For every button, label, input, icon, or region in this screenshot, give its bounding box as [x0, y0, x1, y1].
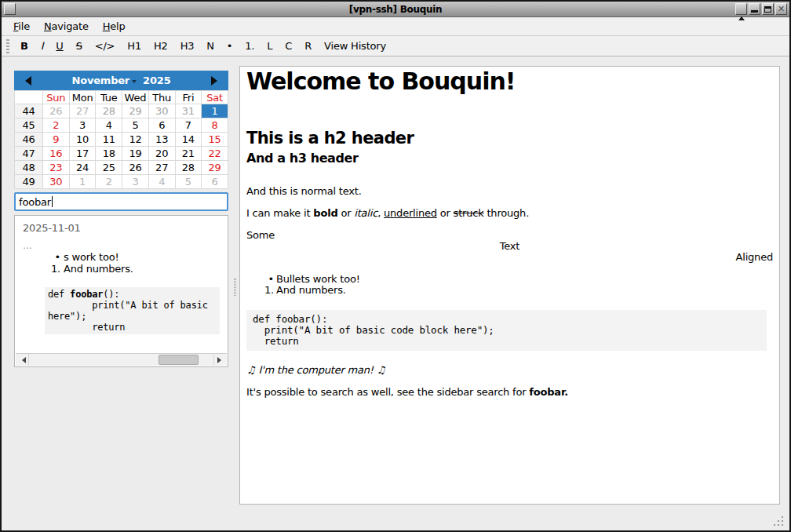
calendar-day[interactable]: 4 [148, 175, 175, 189]
calendar-day[interactable]: 28 [175, 161, 202, 175]
calendar-day[interactable]: 26 [43, 104, 70, 118]
toolbar-u[interactable]: U [49, 38, 69, 54]
scroll-right-button[interactable] [214, 354, 227, 366]
doc-formatted-line: I can make it bold or italic, underlined… [246, 208, 773, 219]
calendar-day[interactable]: 18 [96, 147, 122, 161]
calendar-day[interactable]: 1 [69, 175, 96, 189]
title-bar[interactable]: [vpn-ssh] Bouquin ✕ [2, 2, 789, 17]
calendar-day[interactable]: 5 [122, 118, 149, 133]
calendar-day[interactable]: 7 [175, 118, 202, 133]
calendar-day[interactable]: 28 [96, 104, 122, 118]
calendar-day[interactable]: 30 [148, 104, 175, 118]
calendar-day[interactable]: 27 [148, 161, 175, 175]
search-value: foobar [19, 196, 51, 208]
toolbar-c[interactable]: C [279, 38, 298, 54]
calendar-day[interactable]: 22 [202, 147, 228, 161]
app-window: [vpn-ssh] Bouquin ✕ FileNavigateHelp BIU… [0, 0, 791, 532]
editor-panel[interactable]: Welcome to Bouquin! This is a h2 header … [239, 66, 780, 505]
calendar-day[interactable]: 3 [69, 118, 96, 133]
toolbar-n[interactable]: N [200, 38, 221, 54]
day-header-sun: Sun [43, 91, 70, 104]
toolbar-h2[interactable]: H2 [148, 38, 174, 54]
scrollbar-thumb[interactable] [159, 355, 199, 365]
calendar-day[interactable]: 13 [148, 133, 175, 147]
result-date[interactable]: 2025-11-01 [23, 222, 220, 234]
toolbar-b[interactable]: B [14, 38, 35, 54]
week-number: 46 [15, 133, 43, 147]
calendar-day[interactable]: 26 [122, 161, 149, 175]
calendar-day[interactable]: 6 [202, 175, 228, 189]
toolbar-view-history[interactable]: View History [318, 38, 392, 54]
toolbar-[interactable]: </> [89, 38, 122, 54]
calendar-day-selected[interactable]: 1 [202, 104, 228, 118]
month-selector[interactable]: November [72, 75, 137, 86]
calendar-day[interactable]: 15 [202, 133, 228, 147]
menu-bar: FileNavigateHelp [2, 17, 789, 36]
calendar-day[interactable]: 6 [148, 118, 175, 133]
align-left-line: Some [246, 230, 773, 241]
toolbar-h1[interactable]: H1 [121, 38, 148, 54]
next-month-icon[interactable] [211, 76, 222, 86]
calendar-day[interactable]: 24 [69, 161, 96, 175]
scroll-left-button[interactable] [16, 354, 28, 366]
calendar-day[interactable]: 21 [175, 147, 202, 161]
calendar-day[interactable]: 3 [122, 175, 149, 189]
calendar-day[interactable]: 9 [43, 133, 70, 147]
toolbar-1[interactable]: 1. [239, 38, 261, 54]
scrollbar-track[interactable] [28, 354, 214, 366]
scroll-right-icon [217, 357, 224, 363]
calendar-day[interactable]: 17 [69, 147, 96, 161]
doc-search-line: It's possible to search as well, see the… [246, 387, 773, 398]
calendar-day[interactable]: 5 [175, 175, 202, 189]
toolbar-[interactable]: • [221, 38, 239, 54]
calendar-day[interactable]: 20 [148, 147, 175, 161]
scroll-left-icon [19, 357, 26, 363]
calendar-day[interactable]: 2 [96, 175, 122, 189]
result-ellipsis: ... [23, 239, 220, 251]
prev-month-icon[interactable] [20, 76, 31, 86]
day-header-fri: Fri [175, 91, 202, 104]
calendar-day[interactable]: 27 [69, 104, 96, 118]
search-input[interactable]: foobar [14, 192, 228, 211]
sidebar-splitter-handle[interactable] [234, 279, 236, 296]
horizontal-scrollbar[interactable] [16, 353, 227, 366]
week-number: 48 [15, 161, 43, 175]
calendar-day[interactable]: 12 [122, 133, 149, 147]
toolbar-r[interactable]: R [298, 38, 318, 54]
calendar-day[interactable]: 16 [43, 147, 70, 161]
window-title: [vpn-ssh] Bouquin [2, 4, 789, 15]
calendar-day[interactable]: 10 [69, 133, 96, 147]
day-header-thu: Thu [148, 91, 175, 104]
calendar-day[interactable]: 14 [175, 133, 202, 147]
toolbar-i[interactable]: I [35, 38, 50, 54]
calendar-day[interactable]: 11 [96, 133, 122, 147]
search-results-panel[interactable]: 2025-11-01 ... • s work too! 1. And numb… [14, 215, 228, 367]
doc-numbered-item: 1. And numbers. [246, 285, 773, 296]
week-number: 47 [15, 147, 43, 161]
toolbar-h3[interactable]: H3 [174, 38, 201, 54]
calendar-day[interactable]: 2 [43, 118, 70, 133]
search-match: foobar [70, 289, 103, 300]
toolbar-s[interactable]: S [70, 38, 89, 54]
menu-file[interactable]: File [6, 18, 37, 35]
day-header-sat: Sat [202, 91, 228, 104]
year-selector[interactable]: 2025 [143, 75, 170, 86]
menu-help[interactable]: Help [96, 18, 133, 35]
calendar-day[interactable]: 29 [202, 161, 228, 175]
result-code-snippet: def foobar(): print("A bit of basic here… [45, 287, 220, 334]
doc-list: • Bullets work too! 1. And numbers. [246, 274, 773, 296]
calendar-day[interactable]: 30 [43, 175, 70, 189]
resize-grip[interactable] [772, 515, 783, 526]
menu-navigate[interactable]: Navigate [37, 18, 96, 35]
calendar-day[interactable]: 4 [96, 118, 122, 133]
calendar-day[interactable]: 31 [175, 104, 202, 118]
calendar-day[interactable]: 29 [122, 104, 149, 118]
calendar-header: November2025 [14, 71, 228, 90]
calendar-day[interactable]: 19 [122, 147, 149, 161]
toolbar-grip[interactable] [6, 39, 9, 53]
calendar-day[interactable]: 8 [202, 118, 228, 133]
calendar-day[interactable]: 25 [96, 161, 122, 175]
result-bullet-item: • s work too! [23, 251, 220, 263]
toolbar-l[interactable]: L [261, 38, 279, 54]
calendar-day[interactable]: 23 [43, 161, 70, 175]
